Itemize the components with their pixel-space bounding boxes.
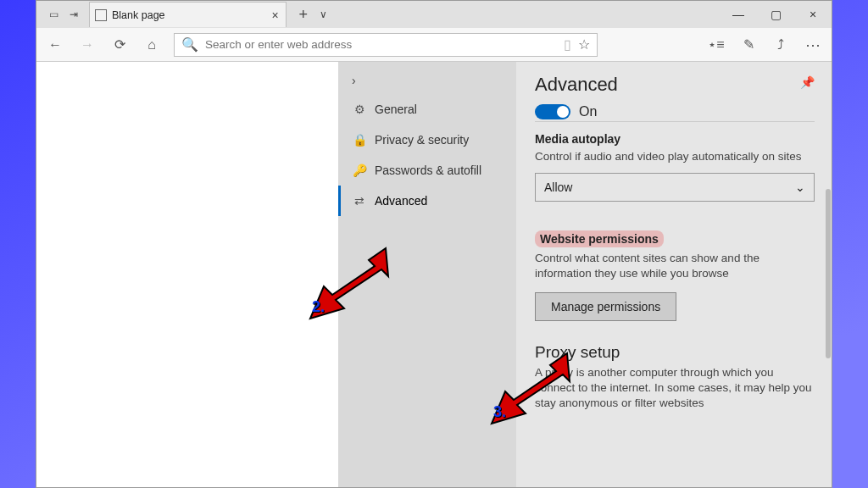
gear-icon: ⚙ [353,103,366,116]
toggle-row: On [535,104,815,122]
lock-icon: 🔒 [353,133,366,147]
media-autoplay-select[interactable]: Allow ⌄ [535,173,815,202]
refresh-button[interactable]: ⟳ [109,35,130,55]
proxy-title: Proxy setup [535,343,815,362]
scrollbar-thumb[interactable] [826,189,831,358]
blank-page [36,62,338,487]
favorites-list-icon[interactable]: ⋆≡ [706,35,726,55]
toggle-switch[interactable] [535,104,570,119]
new-tab-button[interactable]: + [293,4,314,25]
sidebar-item-passwords[interactable]: 🔑 Passwords & autofill [338,155,516,186]
sidebar-item-label: Privacy & security [375,133,469,147]
sidebar-item-general[interactable]: ⚙ General [338,94,516,125]
media-title: Media autoplay [535,132,815,146]
panel-title: Advanced [535,74,815,96]
perms-title: Website permissions [535,230,815,247]
settings-back-icon[interactable]: › [338,67,516,94]
search-icon: 🔍 [181,36,198,53]
forward-button[interactable]: → [77,35,97,55]
edge-window: ▭ ⇥ Blank page × + ∨ — ▢ × ← → ⟳ ⌂ 🔍 ▯ ☆… [36,0,832,488]
notes-icon[interactable]: ✎ [738,35,759,55]
sidebar-item-advanced[interactable]: ⇄ Advanced [338,186,516,216]
proxy-desc: A proxy is another computer through whic… [535,365,815,412]
settings-main: 📌 Advanced On Media autoplay Control if … [516,62,832,487]
toggle-label: On [579,104,597,119]
chevron-down-icon: ⌄ [795,180,805,194]
settings-flyout: › ⚙ General 🔒 Privacy & security 🔑 Passw… [338,62,832,487]
home-button[interactable]: ⌂ [142,35,162,55]
key-icon: 🔑 [353,164,366,177]
address-input[interactable] [205,38,557,51]
perms-desc: Control what content sites can show and … [535,251,815,281]
back-button[interactable]: ← [45,35,65,55]
browser-tab[interactable]: Blank page × [89,2,287,27]
media-desc: Control if audio and video play automati… [535,149,815,164]
sidebar-item-privacy[interactable]: 🔒 Privacy & security [338,125,516,155]
manage-permissions-button[interactable]: Manage permissions [535,292,676,321]
minimize-button[interactable]: — [720,2,757,27]
tab-title: Blank page [112,9,165,21]
favorite-star-icon[interactable]: ☆ [578,36,590,53]
more-menu-icon[interactable]: ⋯ [803,35,823,55]
toolbar: ← → ⟳ ⌂ 🔍 ▯ ☆ ⋆≡ ✎ ⤴ ⋯ [36,28,832,62]
content-area: › ⚙ General 🔒 Privacy & security 🔑 Passw… [36,62,832,487]
close-window-button[interactable]: × [794,2,832,27]
settings-sidebar: › ⚙ General 🔒 Privacy & security 🔑 Passw… [338,62,516,487]
tabgroups-icon[interactable]: ▭ [43,4,64,25]
page-icon [95,9,107,21]
sidebar-item-label: Advanced [375,194,427,208]
pin-icon[interactable]: 📌 [800,75,815,89]
select-value: Allow [544,180,572,194]
sidebar-item-label: Passwords & autofill [375,164,481,177]
address-input-wrap[interactable]: 🔍 ▯ ☆ [174,33,598,57]
share-icon[interactable]: ⤴ [771,35,791,55]
sidebar-item-label: General [375,103,417,116]
title-bar: ▭ ⇥ Blank page × + ∨ — ▢ × [36,1,832,28]
sliders-icon: ⇄ [353,194,366,208]
tab-dropdown-icon[interactable]: ∨ [314,4,334,25]
close-tab-icon[interactable]: × [272,8,279,22]
setaside-icon[interactable]: ⇥ [64,4,84,25]
reading-view-icon[interactable]: ▯ [564,36,571,53]
proxy-section: Proxy setup A proxy is another computer … [535,343,815,412]
maximize-button[interactable]: ▢ [757,2,794,27]
